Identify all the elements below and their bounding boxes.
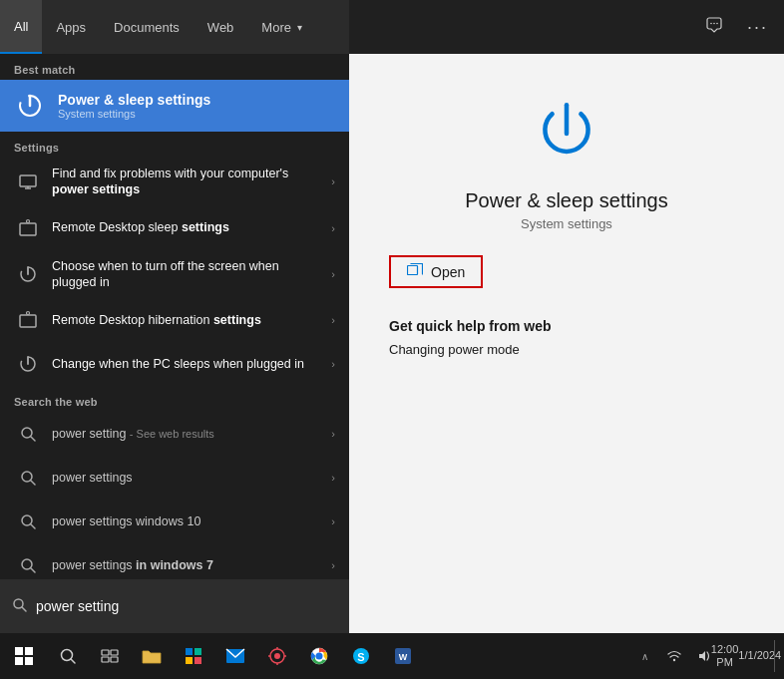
power-icon-svg [531,98,602,170]
list-item[interactable]: Remote Desktop hibernation settings › [0,298,349,342]
svg-rect-40 [111,657,118,662]
svg-text:S: S [357,651,364,663]
taskbar-store[interactable] [174,636,213,676]
taskbar-skype[interactable]: S [341,636,381,676]
more-options-icon[interactable]: ··· [743,13,772,42]
top-nav: All Apps Documents Web More ▾ [0,0,349,54]
svg-rect-43 [186,657,193,664]
best-match-item[interactable]: Power & sleep settings System settings [0,80,349,132]
svg-rect-31 [15,647,23,655]
tab-more[interactable]: More ▾ [247,0,316,54]
svg-rect-41 [186,648,193,655]
right-panel: Power & sleep settings System settings O… [349,54,784,633]
svg-point-0 [710,23,712,25]
svg-rect-32 [25,647,33,655]
svg-rect-39 [102,657,109,662]
list-item[interactable]: Find and fix problems with your computer… [0,158,349,206]
tab-all[interactable]: All [0,0,42,54]
svg-rect-34 [25,657,33,665]
right-panel-title: Power & sleep settings [465,189,667,212]
tab-apps[interactable]: Apps [42,0,100,54]
section-web-label: Search the web [0,386,349,412]
settings-icon-2 [14,214,42,242]
svg-rect-38 [111,650,118,655]
quick-help-link[interactable]: Changing power mode [389,342,520,357]
svg-point-14 [27,312,30,315]
right-panel-subtitle: System settings [521,216,612,231]
search-web-icon-1 [14,420,42,448]
svg-rect-30 [408,266,418,275]
svg-text:W: W [399,652,408,662]
section-best-match-label: Best match [0,54,349,80]
svg-rect-5 [20,175,36,186]
svg-point-58 [673,659,675,661]
settings-item-2-text: Remote Desktop sleep settings [52,219,321,235]
web-item-1-text: power setting - See web results [52,426,321,442]
best-match-subtitle: System settings [58,108,210,120]
svg-rect-44 [195,657,201,664]
tray-clock[interactable]: 12:00 PM 1/1/2024 [720,636,772,676]
taskbar-task-view[interactable] [90,636,130,676]
svg-line-25 [31,568,35,572]
settings-icon-4 [14,306,42,334]
list-item[interactable]: Change when the PC sleeps when plugged i… [0,342,349,386]
power-settings-icon [14,90,46,122]
chevron-right-icon: › [331,222,335,234]
power-icon-container [527,94,606,173]
section-settings-label: Settings [0,132,349,158]
settings-icon-1 [14,168,42,195]
taskbar-start-button[interactable] [4,636,44,676]
svg-line-36 [71,659,75,663]
results-panel: Best match Power & sleep settings System… [0,54,349,633]
list-item[interactable]: power settings › [0,456,349,500]
taskbar: S W ∧ 12:00 PM 1/1/2024 [0,633,784,679]
chevron-right-icon: › [331,175,335,187]
chevron-right-icon: › [331,428,335,440]
svg-rect-33 [15,657,23,665]
open-icon [407,263,423,280]
svg-point-47 [274,653,280,659]
chevron-right-icon: › [331,314,335,326]
top-right-area: ··· [349,0,784,54]
search-web-icon-2 [14,464,42,492]
best-match-title: Power & sleep settings [58,92,210,108]
system-tray: ∧ 12:00 PM 1/1/2024 [630,636,780,676]
tab-web[interactable]: Web [194,0,248,54]
chevron-right-icon: › [331,559,335,571]
svg-point-1 [713,23,715,25]
svg-rect-42 [195,648,201,655]
tray-chevron[interactable]: ∧ [630,636,658,676]
list-item[interactable]: power setting - See web results › [0,412,349,456]
svg-point-53 [316,653,323,660]
chevron-right-icon: › [331,268,335,280]
taskbar-file-explorer[interactable] [132,636,172,676]
svg-line-19 [31,437,35,441]
list-item[interactable]: Choose when to turn off the screen when … [0,250,349,299]
show-desktop[interactable] [774,640,780,672]
list-item[interactable]: power settings windows 10 › [0,500,349,543]
list-item[interactable]: Remote Desktop sleep settings › [0,206,349,250]
taskbar-mail[interactable] [215,636,255,676]
tab-documents[interactable]: Documents [100,0,194,54]
svg-point-2 [716,23,718,25]
tray-network[interactable] [660,636,688,676]
taskbar-search-icon[interactable] [48,636,88,676]
search-bar [0,579,349,633]
search-web-icon-3 [14,508,42,535]
search-icon [12,597,28,616]
taskbar-chrome[interactable] [299,636,339,676]
svg-line-21 [31,481,35,485]
feedback-icon[interactable] [701,12,727,42]
chevron-right-icon: › [331,472,335,484]
web-item-2-text: power settings [52,470,321,486]
search-input[interactable] [36,598,337,614]
svg-point-9 [27,219,30,222]
search-web-icon-4 [14,551,42,579]
taskbar-extra[interactable]: W [383,636,423,676]
open-label: Open [431,264,465,280]
chevron-right-icon: › [331,515,335,527]
svg-rect-13 [20,315,36,327]
settings-item-4-text: Remote Desktop hibernation settings [52,312,321,328]
taskbar-photos[interactable] [257,636,297,676]
open-button[interactable]: Open [389,255,483,288]
